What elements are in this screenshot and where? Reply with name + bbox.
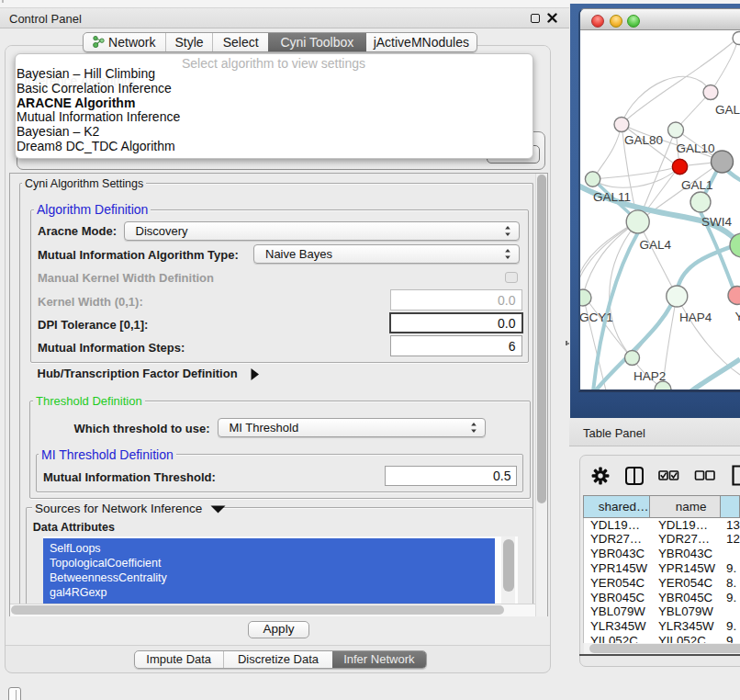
svg-text:SWI4: SWI4 (701, 215, 732, 229)
svg-text:GAL4: GAL4 (640, 238, 672, 252)
svg-text:GCY1: GCY1 (580, 310, 613, 324)
svg-text:GAL80: GAL80 (624, 133, 663, 147)
svg-text:Y: Y (735, 310, 740, 323)
svg-text:HAP4: HAP4 (679, 310, 712, 324)
svg-text:HAP2: HAP2 (633, 369, 666, 383)
svg-text:GAL: GAL (715, 103, 740, 117)
svg-text:GAL10: GAL10 (677, 141, 715, 155)
svg-text:GAL11: GAL11 (593, 190, 631, 204)
svg-text:GAL1: GAL1 (681, 178, 713, 192)
